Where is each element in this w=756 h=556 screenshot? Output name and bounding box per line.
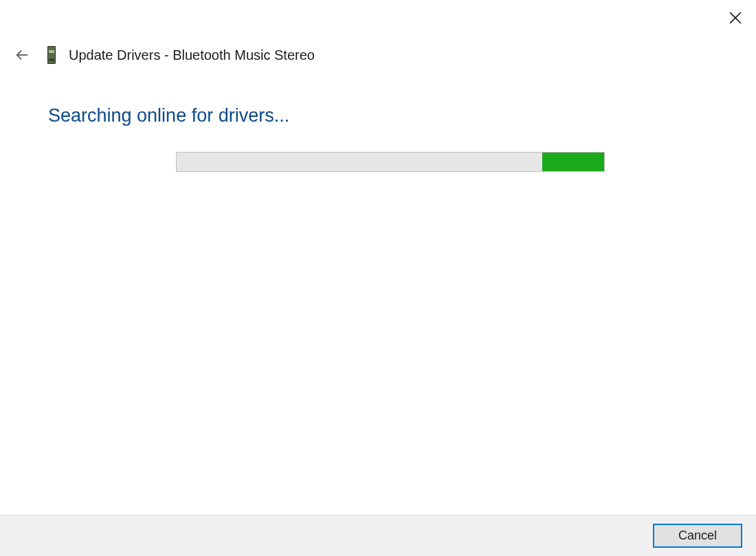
progress-bar: [176, 152, 605, 172]
dialog-title: Update Drivers - Bluetooth Music Stereo: [69, 47, 315, 63]
back-button[interactable]: [12, 45, 32, 65]
back-arrow-icon: [14, 47, 30, 63]
cancel-button[interactable]: Cancel: [653, 524, 742, 548]
close-button[interactable]: [726, 8, 745, 27]
progress-fill: [542, 153, 605, 171]
status-message: Searching online for drivers...: [48, 105, 289, 126]
header: Update Drivers - Bluetooth Music Stereo: [12, 45, 315, 65]
device-icon: [47, 45, 56, 65]
dialog-footer: Cancel: [0, 515, 756, 556]
close-icon: [729, 12, 742, 24]
